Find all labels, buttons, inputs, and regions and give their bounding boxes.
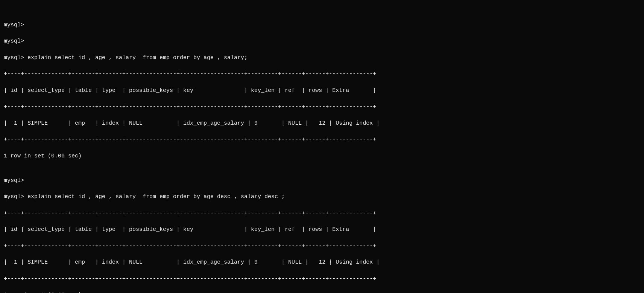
command-line-2: mysql> explain select id , age , salary … [4, 193, 640, 201]
prompt-line-1: mysql> [4, 21, 640, 29]
table1-border-mid: +----+-------------+-------+-------+----… [4, 103, 640, 111]
prompt-line-3: mysql> [4, 177, 640, 185]
table1-border-bot: +----+-------------+-------+-------+----… [4, 136, 640, 144]
result-info-1: 1 row in set (0.00 sec) [4, 152, 640, 160]
prompt-line-2: mysql> [4, 37, 640, 46]
table1-data-row: | 1 | SIMPLE | emp | index | NULL | idx_… [4, 119, 640, 128]
table1-border-top: +----+-------------+-------+-------+----… [4, 70, 640, 78]
table1-header: | id | select_type | table | type | poss… [4, 87, 640, 95]
table2-border-mid: +----+-------------+-------+-------+----… [4, 242, 640, 250]
table2-header: | id | select_type | table | type | poss… [4, 226, 640, 234]
command-line-1: mysql> explain select id , age , salary … [4, 54, 640, 62]
table2-data-row: | 1 | SIMPLE | emp | index | NULL | idx_… [4, 258, 640, 267]
table2-border-bot: +----+-------------+-------+-------+----… [4, 275, 640, 283]
terminal-window: mysql> mysql> mysql> explain select id ,… [2, 3, 642, 293]
table2-border-top: +----+-------------+-------+-------+----… [4, 209, 640, 218]
result-info-2: 1 row in set (0.00 sec) [4, 291, 640, 293]
